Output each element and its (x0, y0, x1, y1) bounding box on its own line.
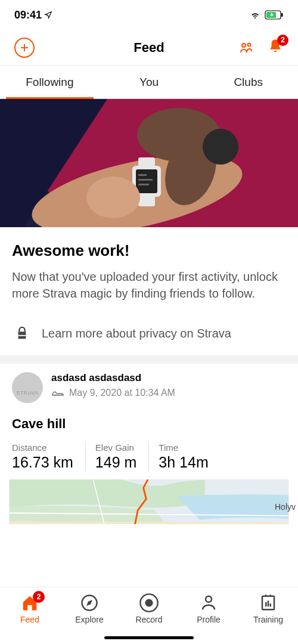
stat-label: Elev Gain (95, 442, 136, 453)
nav-label: Feed (20, 615, 39, 624)
profile-icon (200, 594, 218, 612)
avatar[interactable]: STRAVA (12, 372, 43, 403)
activity-card[interactable]: STRAVA asdasd asdasdasd May 9, 2020 at 1… (0, 364, 298, 471)
activity-meta: May 9, 2020 at 10:34 AM (51, 388, 175, 398)
tab-following[interactable]: Following (0, 66, 100, 98)
svg-rect-16 (138, 184, 149, 185)
nav-record[interactable]: Record (119, 587, 179, 644)
promo-card: Awesome work! Now that you've uploaded y… (0, 227, 298, 309)
nav-label: Profile (197, 615, 221, 624)
bottom-nav: 2 Feed Explore Record Profile Training (0, 587, 298, 644)
promo-body: Now that you've uploaded your first acti… (12, 268, 286, 302)
activity-user[interactable]: asdasd asdasdasd (51, 372, 175, 384)
notification-badge: 2 (277, 35, 288, 46)
privacy-link[interactable]: Learn more about privacy on Strava (0, 309, 298, 355)
record-icon (139, 593, 159, 612)
wifi-icon (249, 10, 261, 20)
activity-map[interactable]: Holyv (0, 479, 298, 524)
svg-rect-15 (138, 179, 153, 181)
stat-distance: Distance 16.73 km (12, 442, 85, 471)
activity-title: Cave hill (12, 416, 286, 432)
svg-point-11 (203, 129, 238, 165)
training-icon (259, 594, 277, 612)
nav-badge: 2 (33, 591, 45, 603)
friends-icon[interactable] (237, 41, 255, 55)
hero-image (0, 99, 298, 227)
add-button[interactable] (14, 38, 35, 58)
home-indicator[interactable] (104, 636, 194, 639)
privacy-text: Learn more about privacy on Strava (42, 327, 231, 340)
compass-icon (80, 594, 98, 612)
status-bar: 09:41 (0, 0, 298, 30)
stat-value: 149 m (95, 454, 136, 471)
nav-label: Record (135, 615, 162, 624)
section-divider (0, 355, 298, 364)
nav-training[interactable]: Training (238, 587, 298, 644)
nav-label: Training (253, 615, 283, 624)
stat-time: Time 3h 14m (148, 442, 220, 471)
stat-elev: Elev Gain 149 m (85, 442, 148, 471)
location-arrow-icon (44, 11, 52, 19)
promo-title: Awesome work! (12, 242, 286, 260)
page-title: Feed (134, 40, 164, 55)
svg-point-28 (206, 596, 212, 602)
app-header: Feed 2 (0, 30, 298, 66)
time-text: 09:41 (14, 9, 42, 21)
battery-icon (265, 10, 284, 20)
stat-label: Distance (12, 442, 73, 453)
stat-label: Time (159, 442, 208, 453)
activity-stats: Distance 16.73 km Elev Gain 149 m Time 3… (12, 442, 286, 471)
svg-rect-21 (18, 335, 26, 336)
svg-point-19 (86, 177, 140, 218)
nav-profile[interactable]: Profile (179, 587, 238, 644)
shoe-icon (51, 388, 64, 398)
stat-value: 3h 14m (159, 454, 208, 471)
tab-clubs[interactable]: Clubs (198, 66, 298, 98)
feed-tabs: Following You Clubs (0, 66, 298, 99)
svg-rect-13 (136, 169, 157, 193)
nav-feed[interactable]: 2 Feed (0, 587, 60, 644)
notifications-button[interactable]: 2 (267, 38, 284, 57)
svg-rect-1 (281, 13, 283, 17)
svg-point-6 (248, 43, 251, 46)
map-label: Holyv (275, 502, 296, 512)
status-icons (249, 10, 284, 20)
svg-rect-18 (138, 196, 155, 206)
nav-label: Explore (75, 615, 103, 624)
nav-explore[interactable]: Explore (60, 587, 119, 644)
svg-rect-17 (138, 157, 155, 167)
activity-timestamp: May 9, 2020 at 10:34 AM (69, 388, 175, 398)
svg-point-27 (146, 600, 153, 606)
status-time: 09:41 (14, 9, 52, 21)
svg-point-5 (242, 44, 246, 47)
lock-icon (15, 326, 29, 341)
plus-icon (19, 42, 30, 53)
stat-value: 16.73 km (12, 454, 73, 471)
tab-you[interactable]: You (100, 66, 199, 98)
svg-rect-14 (138, 174, 147, 176)
